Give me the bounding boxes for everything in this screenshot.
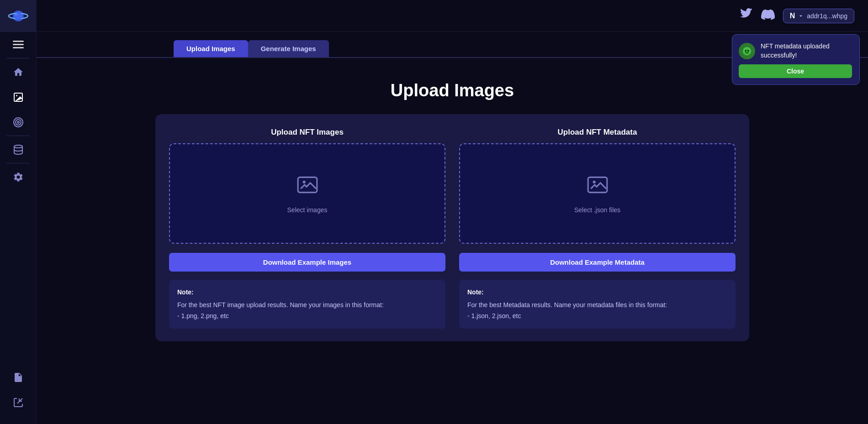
images-dropzone-icon [296,173,319,201]
images-dropzone-label: Select images [287,206,328,214]
images-dropzone[interactable]: Select images [169,143,445,244]
svg-rect-20 [745,52,748,53]
images-note-box: Note: For the best NFT image upload resu… [169,280,445,329]
toast-notification: NFT metadata uploaded successfully! Clos… [732,34,860,85]
sidebar-item-settings[interactable] [0,164,37,189]
page-title: Upload Images [155,81,749,100]
metadata-dropzone-icon [586,173,609,201]
svg-point-16 [593,181,595,183]
images-note-label: Note: [177,287,437,298]
upload-metadata-title: Upload NFT Metadata [459,128,736,137]
images-note-text: For the best NFT image upload results. N… [177,300,437,311]
sidebar-item-layers[interactable] [0,137,37,162]
svg-point-9 [14,145,22,148]
wallet-button[interactable]: N addr1q...whpg [783,9,854,23]
hamburger-menu[interactable] [0,32,37,57]
sidebar-item-docs[interactable] [0,365,37,390]
toast-close-button[interactable]: Close [739,64,852,78]
download-example-images-button[interactable]: Download Example Images [169,253,445,272]
sidebar-item-target[interactable] [0,110,37,135]
twitter-icon[interactable] [740,8,753,24]
sidebar-divider-1 [7,58,30,58]
discord-icon[interactable] [761,8,775,24]
sidebar-divider-3 [7,163,30,163]
toast-header: NFT metadata uploaded successfully! [739,42,852,60]
svg-point-3 [15,13,17,16]
metadata-note-box: Note: For the best Metadata results. Nam… [459,280,736,329]
upload-images-column: Upload NFT Images Select images Download… [169,128,445,329]
page-content-area: Upload Images Upload NFT Images Select i… [37,58,868,424]
wallet-address: addr1q...whpg [807,12,847,20]
images-note-format: - 1.png, 2.png, etc [177,311,437,322]
svg-point-21 [744,48,746,50]
tab-generate-images[interactable]: Generate Images [248,40,329,57]
metadata-dropzone[interactable]: Select .json files [459,143,736,244]
svg-point-22 [748,48,750,50]
svg-point-5 [16,95,17,96]
metadata-note-text: For the best Metadata results. Name your… [467,300,727,311]
metadata-note-format: - 1.json, 2.json, etc [467,311,727,322]
svg-point-7 [16,120,21,125]
sidebar-divider-2 [7,136,30,136]
upload-panel: Upload NFT Images Select images Download… [155,114,749,341]
tab-upload-images[interactable]: Upload Images [174,40,248,57]
upload-metadata-column: Upload NFT Metadata Select .json files D… [459,128,736,329]
svg-point-17 [743,47,751,55]
sidebar-item-images[interactable] [0,84,37,110]
sidebar-item-home[interactable] [0,59,37,84]
svg-point-8 [17,121,19,123]
sidebar-bottom [0,365,37,424]
metadata-dropzone-label: Select .json files [574,206,620,214]
download-example-metadata-button[interactable]: Download Example Metadata [459,253,736,272]
toast-message: NFT metadata uploaded successfully! [761,42,852,60]
sidebar-item-export[interactable] [0,390,37,415]
top-navigation: N addr1q...whpg [37,0,868,32]
app-logo [0,0,37,32]
svg-point-14 [302,181,305,183]
toast-avatar-icon [739,43,755,59]
metadata-note-label: Note: [467,287,727,298]
sidebar [0,0,37,424]
wallet-network-label: N [790,12,795,20]
upload-images-title: Upload NFT Images [169,128,445,137]
